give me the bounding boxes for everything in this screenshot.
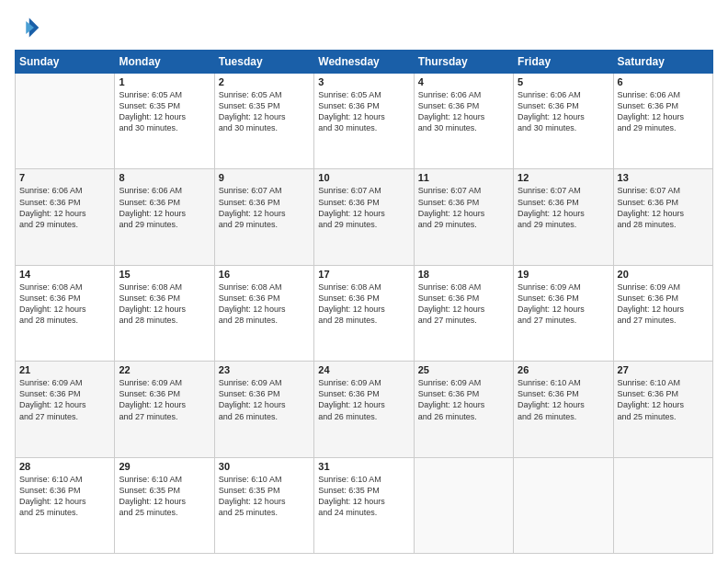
- calendar-cell: 25Sunrise: 6:09 AMSunset: 6:36 PMDayligh…: [414, 362, 513, 457]
- calendar-cell: 31Sunrise: 6:10 AMSunset: 6:35 PMDayligh…: [314, 457, 414, 553]
- calendar-cell: 11Sunrise: 6:07 AMSunset: 6:36 PMDayligh…: [414, 169, 513, 265]
- page: Sunday Monday Tuesday Wednesday Thursday…: [0, 0, 728, 563]
- day-info: Sunrise: 6:09 AMSunset: 6:36 PMDaylight:…: [19, 377, 110, 422]
- day-number: 8: [119, 172, 210, 183]
- col-saturday: Saturday: [613, 51, 712, 74]
- day-number: 10: [318, 172, 409, 183]
- day-info: Sunrise: 6:08 AMSunset: 6:36 PMDaylight:…: [418, 282, 509, 327]
- day-info: Sunrise: 6:09 AMSunset: 6:36 PMDaylight:…: [418, 377, 509, 422]
- day-number: 24: [318, 364, 409, 375]
- day-number: 20: [618, 269, 709, 280]
- day-info: Sunrise: 6:10 AMSunset: 6:35 PMDaylight:…: [119, 474, 210, 519]
- col-monday: Monday: [115, 51, 214, 74]
- day-number: 13: [618, 172, 709, 183]
- calendar-cell: 2Sunrise: 6:05 AMSunset: 6:35 PMDaylight…: [214, 74, 313, 169]
- day-info: Sunrise: 6:09 AMSunset: 6:36 PMDaylight:…: [219, 377, 310, 422]
- day-number: 14: [19, 269, 110, 280]
- day-info: Sunrise: 6:08 AMSunset: 6:36 PMDaylight:…: [19, 282, 110, 327]
- col-thursday: Thursday: [414, 51, 513, 74]
- day-info: Sunrise: 6:09 AMSunset: 6:36 PMDaylight:…: [119, 377, 210, 422]
- calendar-cell: 22Sunrise: 6:09 AMSunset: 6:36 PMDayligh…: [115, 362, 214, 457]
- day-info: Sunrise: 6:08 AMSunset: 6:36 PMDaylight:…: [219, 282, 310, 327]
- day-info: Sunrise: 6:07 AMSunset: 6:36 PMDaylight:…: [219, 185, 310, 230]
- day-info: Sunrise: 6:05 AMSunset: 6:35 PMDaylight:…: [119, 89, 210, 134]
- day-info: Sunrise: 6:08 AMSunset: 6:36 PMDaylight:…: [318, 282, 409, 327]
- calendar-cell: 13Sunrise: 6:07 AMSunset: 6:36 PMDayligh…: [613, 169, 712, 265]
- calendar-cell: [514, 457, 613, 553]
- col-wednesday: Wednesday: [314, 51, 414, 74]
- header: [15, 15, 713, 40]
- day-number: 12: [518, 172, 609, 183]
- day-info: Sunrise: 6:10 AMSunset: 6:35 PMDaylight:…: [219, 474, 310, 519]
- day-number: 22: [119, 364, 210, 375]
- calendar-cell: [613, 457, 712, 553]
- calendar-cell: 19Sunrise: 6:09 AMSunset: 6:36 PMDayligh…: [514, 265, 613, 361]
- day-number: 7: [19, 172, 110, 183]
- calendar-cell: [16, 74, 115, 169]
- day-number: 2: [219, 76, 310, 87]
- day-info: Sunrise: 6:06 AMSunset: 6:36 PMDaylight:…: [119, 185, 210, 230]
- calendar-week-row: 14Sunrise: 6:08 AMSunset: 6:36 PMDayligh…: [16, 265, 713, 361]
- day-info: Sunrise: 6:05 AMSunset: 6:35 PMDaylight:…: [219, 89, 310, 134]
- calendar-cell: 12Sunrise: 6:07 AMSunset: 6:36 PMDayligh…: [514, 169, 613, 265]
- day-number: 6: [618, 76, 709, 87]
- calendar-cell: 17Sunrise: 6:08 AMSunset: 6:36 PMDayligh…: [314, 265, 414, 361]
- day-info: Sunrise: 6:09 AMSunset: 6:36 PMDaylight:…: [518, 282, 609, 327]
- col-sunday: Sunday: [16, 51, 115, 74]
- day-number: 3: [318, 76, 409, 87]
- day-info: Sunrise: 6:06 AMSunset: 6:36 PMDaylight:…: [19, 185, 110, 230]
- day-number: 27: [618, 364, 709, 375]
- day-info: Sunrise: 6:06 AMSunset: 6:36 PMDaylight:…: [418, 89, 509, 134]
- day-info: Sunrise: 6:10 AMSunset: 6:36 PMDaylight:…: [19, 474, 110, 519]
- day-info: Sunrise: 6:06 AMSunset: 6:36 PMDaylight:…: [618, 89, 709, 134]
- calendar: Sunday Monday Tuesday Wednesday Thursday…: [15, 50, 713, 554]
- day-info: Sunrise: 6:09 AMSunset: 6:36 PMDaylight:…: [618, 282, 709, 327]
- day-info: Sunrise: 6:10 AMSunset: 6:35 PMDaylight:…: [318, 474, 409, 519]
- calendar-cell: 3Sunrise: 6:05 AMSunset: 6:36 PMDaylight…: [314, 74, 414, 169]
- day-number: 25: [418, 364, 509, 375]
- calendar-week-row: 7Sunrise: 6:06 AMSunset: 6:36 PMDaylight…: [16, 169, 713, 265]
- calendar-cell: 23Sunrise: 6:09 AMSunset: 6:36 PMDayligh…: [214, 362, 313, 457]
- day-number: 17: [318, 269, 409, 280]
- calendar-cell: 21Sunrise: 6:09 AMSunset: 6:36 PMDayligh…: [16, 362, 115, 457]
- day-number: 4: [418, 76, 509, 87]
- calendar-cell: 26Sunrise: 6:10 AMSunset: 6:36 PMDayligh…: [514, 362, 613, 457]
- logo: [15, 15, 44, 40]
- col-friday: Friday: [514, 51, 613, 74]
- logo-icon: [15, 15, 40, 40]
- calendar-cell: [414, 457, 513, 553]
- day-info: Sunrise: 6:09 AMSunset: 6:36 PMDaylight:…: [318, 377, 409, 422]
- day-info: Sunrise: 6:07 AMSunset: 6:36 PMDaylight:…: [318, 185, 409, 230]
- calendar-cell: 15Sunrise: 6:08 AMSunset: 6:36 PMDayligh…: [115, 265, 214, 361]
- calendar-cell: 28Sunrise: 6:10 AMSunset: 6:36 PMDayligh…: [16, 457, 115, 553]
- day-info: Sunrise: 6:08 AMSunset: 6:36 PMDaylight:…: [119, 282, 210, 327]
- calendar-cell: 8Sunrise: 6:06 AMSunset: 6:36 PMDaylight…: [115, 169, 214, 265]
- calendar-cell: 18Sunrise: 6:08 AMSunset: 6:36 PMDayligh…: [414, 265, 513, 361]
- calendar-cell: 29Sunrise: 6:10 AMSunset: 6:35 PMDayligh…: [115, 457, 214, 553]
- day-number: 9: [219, 172, 310, 183]
- day-number: 18: [418, 269, 509, 280]
- col-tuesday: Tuesday: [214, 51, 313, 74]
- calendar-cell: 1Sunrise: 6:05 AMSunset: 6:35 PMDaylight…: [115, 74, 214, 169]
- day-number: 28: [19, 461, 110, 472]
- day-info: Sunrise: 6:06 AMSunset: 6:36 PMDaylight:…: [518, 89, 609, 134]
- calendar-cell: 14Sunrise: 6:08 AMSunset: 6:36 PMDayligh…: [16, 265, 115, 361]
- calendar-cell: 6Sunrise: 6:06 AMSunset: 6:36 PMDaylight…: [613, 74, 712, 169]
- calendar-cell: 30Sunrise: 6:10 AMSunset: 6:35 PMDayligh…: [214, 457, 313, 553]
- calendar-header-row: Sunday Monday Tuesday Wednesday Thursday…: [16, 51, 713, 74]
- day-info: Sunrise: 6:10 AMSunset: 6:36 PMDaylight:…: [518, 377, 609, 422]
- calendar-cell: 24Sunrise: 6:09 AMSunset: 6:36 PMDayligh…: [314, 362, 414, 457]
- day-info: Sunrise: 6:05 AMSunset: 6:36 PMDaylight:…: [318, 89, 409, 134]
- day-number: 29: [119, 461, 210, 472]
- calendar-cell: 4Sunrise: 6:06 AMSunset: 6:36 PMDaylight…: [414, 74, 513, 169]
- calendar-cell: 5Sunrise: 6:06 AMSunset: 6:36 PMDaylight…: [514, 74, 613, 169]
- calendar-cell: 7Sunrise: 6:06 AMSunset: 6:36 PMDaylight…: [16, 169, 115, 265]
- calendar-week-row: 21Sunrise: 6:09 AMSunset: 6:36 PMDayligh…: [16, 362, 713, 457]
- day-number: 19: [518, 269, 609, 280]
- calendar-cell: 20Sunrise: 6:09 AMSunset: 6:36 PMDayligh…: [613, 265, 712, 361]
- day-number: 15: [119, 269, 210, 280]
- day-number: 16: [219, 269, 310, 280]
- calendar-cell: 9Sunrise: 6:07 AMSunset: 6:36 PMDaylight…: [214, 169, 313, 265]
- calendar-cell: 16Sunrise: 6:08 AMSunset: 6:36 PMDayligh…: [214, 265, 313, 361]
- day-info: Sunrise: 6:07 AMSunset: 6:36 PMDaylight:…: [418, 185, 509, 230]
